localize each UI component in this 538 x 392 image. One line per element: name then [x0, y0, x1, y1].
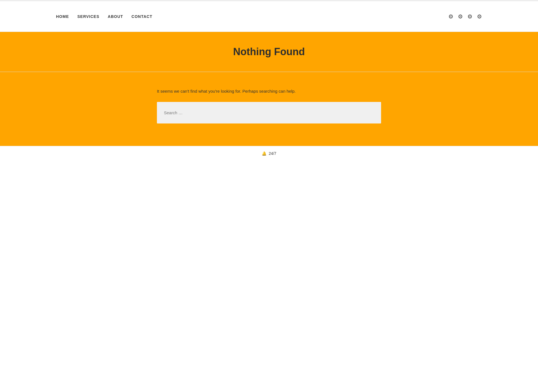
- search-container: [157, 102, 381, 123]
- social-icon-3[interactable]: ⚙: [467, 13, 472, 20]
- site-footer: 🔔 24/7: [0, 146, 538, 161]
- social-icons-container: ⚙⚙⚙⚙: [448, 13, 482, 20]
- social-icon-4[interactable]: ⚙: [477, 13, 482, 20]
- main-content: It seems we can't find what you're looki…: [0, 72, 538, 146]
- white-space: [0, 161, 538, 392]
- footer-text: 24/7: [269, 151, 276, 156]
- site-header: HOMESERVICESABOUTCONTACT ⚙⚙⚙⚙: [0, 1, 538, 32]
- footer-icon: 🔔: [262, 151, 266, 156]
- nav-link-about[interactable]: ABOUT: [108, 14, 123, 19]
- page-title: Nothing Found: [6, 46, 532, 58]
- social-icon-2[interactable]: ⚙: [458, 13, 463, 20]
- page-banner: Nothing Found: [0, 32, 538, 72]
- nav-link-services[interactable]: SERVICES: [77, 14, 99, 19]
- nav-link-contact[interactable]: CONTACT: [131, 14, 152, 19]
- nav-link-home[interactable]: HOME: [56, 14, 69, 19]
- social-icon-1[interactable]: ⚙: [448, 13, 453, 20]
- not-found-description: It seems we can't find what you're looki…: [157, 89, 381, 94]
- nav-menu: HOMESERVICESABOUTCONTACT: [56, 14, 152, 19]
- search-input[interactable]: [157, 102, 381, 123]
